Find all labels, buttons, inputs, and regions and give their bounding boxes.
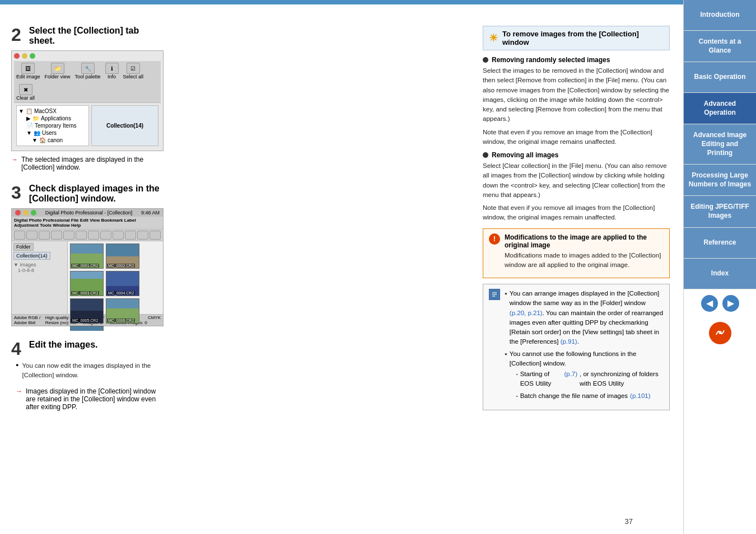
warning-body: Modifications made to images added to th… xyxy=(505,251,664,270)
sun-icon: ☀ xyxy=(489,32,498,44)
folder-item-temp: 📄 Temporary Items xyxy=(18,122,87,129)
step-2-note: The selected images are displayed in the… xyxy=(11,156,164,171)
nav-basic-label: Basic Operation xyxy=(694,73,745,82)
thumb-5[interactable]: MC_0005.CR2 xyxy=(70,298,104,324)
toolbar: 🖼 Edit image 📁 Folder view 🔧 Tool palett… xyxy=(14,61,161,103)
note-list: You can arrange images displayed in the … xyxy=(505,289,664,403)
thumb-7[interactable]: MC_0007.CR2 xyxy=(70,326,104,331)
ls-folder-btn[interactable]: Folder xyxy=(13,243,34,251)
ls-icon-5[interactable] xyxy=(63,231,74,240)
folder-panel: ▼ 📋 MacOSX ▶ 📁 Applications 📄 xyxy=(16,105,89,146)
thumb-6[interactable]: MC_0006.CR2 xyxy=(106,298,139,324)
nav-editing-label: Editing JPEG/TIFF Images xyxy=(688,203,752,220)
remove-header: ☀ To remove images from the [Collection]… xyxy=(483,26,670,50)
toolbar-edit-image[interactable]: 🖼 Edit image xyxy=(16,63,40,79)
folder-item-canon: ▼ 🏠 canon xyxy=(18,137,87,144)
sidebar-nav: Introduction Contents at a Glance Basic … xyxy=(683,0,756,534)
ls-icon-4[interactable] xyxy=(51,231,62,240)
ls-icon-1[interactable] xyxy=(14,231,25,240)
toolbar-info[interactable]: ℹ Info xyxy=(105,63,119,79)
canon-logo-icon xyxy=(712,325,729,341)
step-4-arrow-note: Images displayed in the [Collection] win… xyxy=(16,387,164,411)
thumb-4[interactable]: MC_0004.CR2 xyxy=(106,271,139,296)
left-column: 2 Select the [Collection] tab sheet. 🖼 E… xyxy=(11,19,164,423)
all-note: Note that even if you remove all images … xyxy=(483,203,670,223)
random-header: Removing randomly selected images xyxy=(483,56,670,64)
ls-icon-8[interactable] xyxy=(100,231,111,240)
ls-icon-3[interactable] xyxy=(39,231,50,240)
note-sub-1: Starting of EOS Utility (p.7), or synchr… xyxy=(516,369,664,389)
warning-icon: ! xyxy=(489,233,500,245)
nav-processing[interactable]: Processing Large Numbers of Images xyxy=(684,165,756,196)
folder-item-applications: ▶ 📁 Applications xyxy=(18,115,87,122)
warning-title: Modifications to the image are applied t… xyxy=(505,233,664,249)
ls-titlebar: Digital Photo Professional - [Collection… xyxy=(12,209,163,217)
nav-processing-label: Processing Large Numbers of Images xyxy=(688,171,752,189)
folder-item-macosx: ▼ 📋 MacOSX xyxy=(18,107,87,115)
step-2-screenshot: 🖼 Edit image 📁 Folder view 🔧 Tool palett… xyxy=(11,50,164,151)
thumb-1[interactable]: MC_0001.CR2 xyxy=(70,243,104,269)
warning-content: Modifications to the image are applied t… xyxy=(505,233,664,274)
step-3-screenshot: Digital Photo Professional - [Collection… xyxy=(11,208,164,326)
collection-tab[interactable]: Collection(14) xyxy=(91,105,158,146)
note-icon xyxy=(489,289,500,300)
step-4-number: 4 xyxy=(11,340,21,358)
ls-icon-11[interactable] xyxy=(137,231,148,240)
nav-logo-area xyxy=(684,317,756,349)
folder-item-users: ▼ 👥 Users xyxy=(18,129,87,137)
nav-prev-button[interactable]: ◀ xyxy=(701,295,718,312)
bullet-dot-1 xyxy=(483,57,488,63)
ls-sidebar: Folder Collection(14) ▼ images 1-0-8-8 xyxy=(12,241,68,314)
ls-dot-green xyxy=(31,210,36,216)
right-column: ☀ To remove images from the [Collection]… xyxy=(483,19,670,423)
all-body: Select [Clear collection] in the [File] … xyxy=(483,161,670,200)
random-body: Select the images to be removed in the [… xyxy=(483,66,670,124)
step-2: 2 Select the [Collection] tab sheet. 🖼 E… xyxy=(11,26,164,175)
nav-contents[interactable]: Contents at a Glance xyxy=(684,31,756,62)
window-dot-yellow xyxy=(22,53,27,59)
nav-introduction-label: Introduction xyxy=(701,11,740,20)
ls-icon-12[interactable] xyxy=(150,231,161,240)
toolbar-tool[interactable]: 🔧 Tool palette xyxy=(75,63,101,79)
nav-editing[interactable]: Editing JPEG/TIFF Images xyxy=(684,196,756,227)
ls-icon-6[interactable] xyxy=(76,231,87,240)
note-box: You can arrange images displayed in the … xyxy=(483,284,670,410)
step-3-number: 3 xyxy=(11,184,21,202)
toolbar-folder-view[interactable]: 📁 Folder view xyxy=(45,63,71,79)
top-bar xyxy=(0,0,683,4)
ls-icon-9[interactable] xyxy=(113,231,124,240)
window-dot-red xyxy=(14,53,20,59)
nav-introduction[interactable]: Introduction xyxy=(684,0,756,31)
note-content: You can arrange images displayed in the … xyxy=(505,289,664,405)
nav-basic[interactable]: Basic Operation xyxy=(684,62,756,93)
all-header: Removing all images xyxy=(483,151,670,159)
nav-next-button[interactable]: ▶ xyxy=(722,295,739,312)
page-number: 37 xyxy=(625,517,633,526)
ls-icon-10[interactable] xyxy=(125,231,136,240)
thumb-3[interactable]: MC_0003.CR2 xyxy=(70,271,104,296)
nav-arrows: ◀ ▶ xyxy=(684,289,756,317)
nav-index-label: Index xyxy=(711,269,729,278)
ls-dot-red xyxy=(15,210,21,216)
toolbar-clear-all[interactable]: ✖ Clear all xyxy=(16,84,35,101)
ls-collection-btn[interactable]: Collection(14) xyxy=(13,252,50,260)
ls-icon-toolbar xyxy=(12,229,163,241)
note-item-2: You cannot use the following functions i… xyxy=(505,349,664,403)
nav-contents-label: Contents at a Glance xyxy=(688,38,752,55)
nav-advanced-img-label: Advanced Image Editing and Printing xyxy=(688,131,752,157)
nav-index[interactable]: Index xyxy=(684,259,756,289)
thumb-2[interactable]: MC_0002.CR2 xyxy=(106,243,139,269)
remove-header-text: To remove images from the [Collection] w… xyxy=(502,30,664,46)
step-2-title: Select the [Collection] tab sheet. xyxy=(29,26,164,46)
nav-advanced-op[interactable]: Advanced Operation xyxy=(684,93,756,124)
ls-icon-7[interactable] xyxy=(88,231,99,240)
note-sub-list: Starting of EOS Utility (p.7), or synchr… xyxy=(510,369,664,401)
window-dot-green xyxy=(30,53,35,59)
ls-dot-yellow xyxy=(23,210,29,216)
ls-icon-2[interactable] xyxy=(26,231,38,240)
toolbar-select-all[interactable]: ☑ Select all xyxy=(123,63,144,79)
note-svg-icon xyxy=(490,290,499,299)
nav-advanced-img[interactable]: Advanced Image Editing and Printing xyxy=(684,124,756,165)
step-4-title: Edit the images. xyxy=(29,340,98,350)
nav-reference[interactable]: Reference xyxy=(684,228,756,259)
